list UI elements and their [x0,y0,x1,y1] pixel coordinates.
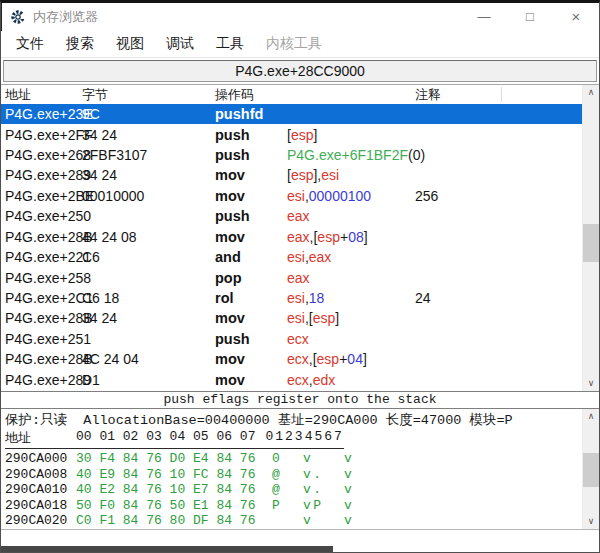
disassembly-row[interactable]: P4G.exe+28934 24mov[esp],esi [1,165,582,185]
mnemonic-cell: mov [215,167,287,183]
scroll-down-icon[interactable]: ∨ [583,514,599,529]
close-button[interactable]: × [553,3,599,31]
hex-bytes: 40 E9 84 76 10 FC 84 76 [76,467,264,483]
hex-scrollbar[interactable]: ∧ ∨ [582,409,599,529]
column-header-address[interactable]: 地址 [1,86,82,104]
operands-cell: ecx [287,331,415,347]
hex-bytes: C0 F1 84 76 80 DF 84 76 [76,513,264,529]
operand-token: esp [291,167,314,183]
scroll-down-icon[interactable]: ∨ [583,376,599,391]
maximize-button[interactable]: □ [507,3,553,31]
operand-token: edx [313,372,336,388]
disassembly-row[interactable]: P4G.exe+251pushecx [1,329,582,349]
bytes-cell: 4C 24 04 [82,351,215,367]
menu-bar: 文件搜索视图调试工具内核工具 [1,31,599,58]
menu-item-5: 内核工具 [255,31,333,57]
disassembly-row[interactable]: P4G.exe+221C6andesi,eax [1,247,582,267]
hex-bytes: 40 E2 84 76 10 E7 84 76 [76,482,264,498]
address-input[interactable]: P4G.exe+28CC9000 [3,60,597,82]
disassembly-row[interactable]: P4G.exe+250pusheax [1,206,582,226]
operand-token: eax [287,270,310,286]
address-cell: P4G.exe+28B [1,229,82,245]
operand-token: esp [313,310,336,326]
hex-bytes: 50 F0 84 76 50 E1 84 76 [76,498,264,514]
hex-address: 290CA010 [5,482,76,498]
menu-item-3[interactable]: 调试 [155,31,205,57]
address-cell: P4G.exe+2C1 [1,290,82,306]
operands-cell: ecx,edx [287,372,415,388]
column-header-opcode[interactable]: 操作码 [215,86,415,104]
menu-item-2[interactable]: 视图 [105,31,155,57]
hex-address: 290CA008 [5,467,76,483]
operand-token: 18 [309,290,325,306]
disassembly-row[interactable]: P4G.exe+258popeax [1,267,582,287]
disassembly-row[interactable]: P4G.exe+2FF34 24push[esp] [1,124,582,144]
memory-browser-window: 内存浏览器 — □ × 文件搜索视图调试工具内核工具 P4G.exe+28CC9… [0,0,600,553]
operand-token: eax [287,229,310,245]
hex-row[interactable]: 290CA00030 F4 84 76 D0 E4 84 760 v v [5,451,582,467]
disassembly-row[interactable]: P4G.exe+28B4C 24 04movecx,[esp+04] [1,349,582,369]
scroll-up-icon[interactable]: ∧ [583,85,599,100]
hex-bytes: 30 F4 84 76 D0 E4 84 76 [76,451,264,467]
address-cell: P4G.exe+251 [1,331,82,347]
hex-ascii: P vP v [272,498,354,514]
menu-item-0[interactable]: 文件 [5,31,55,57]
column-header-comment[interactable]: 注释 [415,86,582,104]
bytes-cell: 00010000 [82,188,215,204]
operand-token: esi [287,290,305,306]
title-bar: 内存浏览器 — □ × [1,3,599,31]
operand-token: (0) [408,147,425,163]
comment-cell: 256 [415,188,582,204]
menu-item-4[interactable]: 工具 [205,31,255,57]
disassembly-row[interactable]: P4G.exe+28B34 24movesi,[esp] [1,308,582,328]
disassembly-row[interactable]: P4G.exe+2C1C6 18rolesi,1824 [1,288,582,308]
address-cell: P4G.exe+2FF [1,127,82,143]
hex-row[interactable]: 290CA00840 E9 84 76 10 FC 84 76@ v. v [5,467,582,483]
hex-row[interactable]: 290CA01040 E2 84 76 10 E7 84 76@ v. v [5,482,582,498]
address-cell: P4G.exe+289 [1,372,82,388]
operands-cell: [esp],esi [287,167,415,183]
hex-row[interactable]: 290CA01850 F0 84 76 50 E1 84 76P vP v [5,498,582,514]
disassembly-row[interactable]: P4G.exe+2682FBF3107pushP4G.exe+6F1BF2F(0… [1,145,582,165]
column-divider[interactable] [501,87,502,102]
address-cell: P4G.exe+2BE [1,188,82,204]
bottom-edge [1,546,599,553]
hex-address: 290CA020 [5,513,76,529]
operands-cell: ecx,[esp+04] [287,351,415,367]
operand-token: esi [287,249,305,265]
mnemonic-cell: push [215,147,287,163]
mnemonic-cell: mov [215,372,287,388]
hex-rows: 290CA00030 F4 84 76 D0 E4 84 760 v v290C… [5,451,582,530]
operand-token: eax [287,208,310,224]
disassembly-scrollbar[interactable]: ∧ ∨ [582,85,599,391]
scroll-up-icon[interactable]: ∧ [583,409,599,424]
hex-header-address: 地址 [5,429,76,447]
operand-token: esi [321,167,339,183]
disassembly-row[interactable]: P4G.exe+23E9Cpushfd [1,104,582,124]
address-cell: P4G.exe+221 [1,249,82,265]
hex-view-panel: 保护:只读 AllocationBase=00400000 基址=290CA00… [1,409,599,530]
scroll-thumb[interactable] [583,224,599,262]
operand-token: ,[ [305,310,313,326]
operand-token: esp [317,351,340,367]
operands-cell: esi,00000100 [287,188,415,204]
operand-token: ,[ [309,351,317,367]
scroll-thumb[interactable] [583,453,599,487]
operand-token: ] [313,127,317,143]
disassembly-row[interactable]: P4G.exe+289D1movecx,edx [1,369,582,389]
menu-item-1[interactable]: 搜索 [55,31,105,57]
mnemonic-cell: and [215,249,287,265]
operand-token: ] [364,229,368,245]
mnemonic-cell: push [215,331,287,347]
minimize-button[interactable]: — [461,3,507,31]
operand-token: 04 [347,351,363,367]
bytes-cell: 44 24 08 [82,229,215,245]
hex-address: 290CA018 [5,498,76,514]
operand-token: ] [363,351,367,367]
bytes-cell: 9C [82,106,215,122]
column-header-bytes[interactable]: 字节 [82,86,215,104]
hex-row[interactable]: 290CA020C0 F1 84 76 80 DF 84 76 v v [5,513,582,529]
hex-header-bytes: 00 01 02 03 04 05 06 07 [76,429,255,447]
disassembly-row[interactable]: P4G.exe+2BE00010000movesi,00000100256 [1,186,582,206]
disassembly-row[interactable]: P4G.exe+28B44 24 08moveax,[esp+08] [1,227,582,247]
